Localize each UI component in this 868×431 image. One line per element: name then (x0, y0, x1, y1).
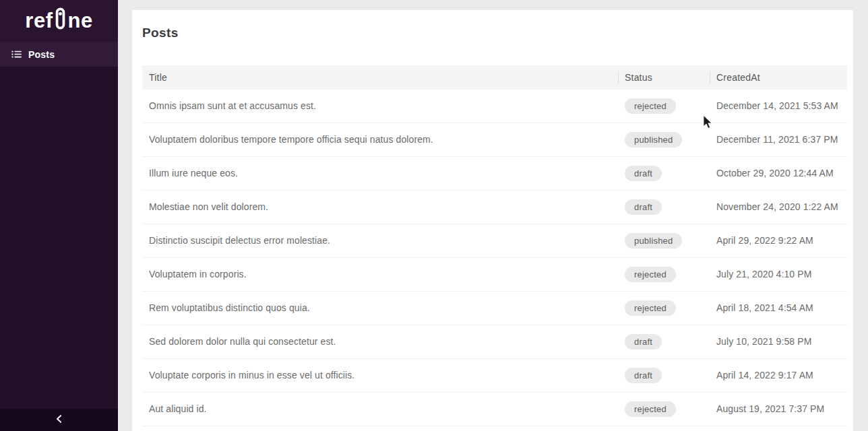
status-badge: draft (625, 199, 662, 215)
post-status-cell: rejected (618, 292, 710, 325)
table-row[interactable]: Rem voluptatibus distinctio quos quia. r… (142, 292, 847, 325)
post-created-cell: July 21, 2020 4:10 PM (710, 258, 847, 292)
table-row[interactable]: Voluptatem doloribus tempore tempore off… (142, 123, 847, 157)
app-window: ref ne (0, 0, 868, 431)
post-created-cell: November 24, 2020 1:22 AM (710, 191, 847, 224)
post-title-cell: Omnis ipsam sunt at et accusamus est. (142, 90, 618, 123)
post-status-cell: rejected (618, 90, 710, 123)
post-title-cell: Voluptate corporis in minus in esse vel … (142, 359, 618, 393)
status-badge: published (625, 132, 682, 147)
table-row[interactable]: Voluptate corporis in minus in esse vel … (142, 359, 847, 393)
post-created-cell: April 18, 2021 4:54 AM (710, 292, 847, 325)
post-status-cell: draft (618, 191, 710, 224)
sidebar: ref ne (0, 0, 118, 431)
unordered-list-icon (11, 49, 22, 59)
post-created-cell: August 19, 2021 7:37 PM (710, 393, 847, 426)
status-badge: rejected (625, 98, 676, 114)
posts-table: Title Status CreatedAt Omnis ipsam sunt … (142, 65, 847, 431)
post-title-cell: Aut aliquid id. (142, 393, 618, 426)
post-created-cell: December 14, 2021 5:53 AM (710, 90, 847, 123)
table-row[interactable]: Distinctio suscipit delectus error moles… (142, 224, 847, 258)
column-header-title: Title (142, 65, 618, 90)
column-header-status: Status (618, 65, 710, 90)
sidebar-item-posts[interactable]: Posts (0, 42, 118, 67)
refine-logo[interactable]: ref ne (0, 0, 118, 42)
table-row[interactable]: Molestiae non velit dolorem. draft Novem… (142, 191, 847, 224)
table-row[interactable]: Doloribus asperiores dicta quas enim non… (142, 426, 847, 431)
table-row[interactable]: Illum iure neque eos. draft October 29, … (142, 157, 847, 191)
post-status-cell: published (618, 123, 710, 157)
status-badge: rejected (625, 401, 676, 417)
sidebar-item-label: Posts (28, 49, 55, 60)
chevron-left-icon (55, 414, 63, 426)
post-status-cell: draft (618, 157, 710, 191)
post-title-cell: Voluptatem in corporis. (142, 258, 618, 292)
post-title-cell: Distinctio suscipit delectus error moles… (142, 224, 618, 258)
status-badge: rejected (625, 267, 676, 282)
sidebar-menu: Posts (0, 42, 118, 67)
page-title: Posts (142, 25, 847, 40)
table-row[interactable]: Voluptatem in corporis. rejected July 21… (142, 258, 847, 292)
post-status-cell: published (618, 224, 710, 258)
post-title-cell: Molestiae non velit dolorem. (142, 191, 618, 224)
posts-list-card: Posts Title Status CreatedAt Omnis ipsam… (132, 10, 853, 431)
post-created-cell: December 11, 2021 6:37 PM (710, 123, 847, 157)
post-title-cell: Voluptatem doloribus tempore tempore off… (142, 123, 618, 157)
sidebar-collapse-trigger[interactable] (0, 409, 118, 431)
logo-i-capsule-icon (55, 7, 65, 35)
post-title-cell: Rem voluptatibus distinctio quos quia. (142, 292, 618, 325)
table-row[interactable]: Aut aliquid id. rejected August 19, 2021… (142, 393, 847, 426)
post-status-cell: rejected (618, 258, 710, 292)
table-row[interactable]: Omnis ipsam sunt at et accusamus est. re… (142, 90, 847, 123)
post-title-cell: Doloribus asperiores dicta quas enim non… (142, 426, 618, 431)
column-header-createdat: CreatedAt (710, 65, 847, 90)
post-status-cell: published (618, 426, 710, 431)
post-status-cell: rejected (618, 393, 710, 426)
post-created-cell: April 14, 2022 9:17 AM (710, 359, 847, 393)
status-badge: published (625, 233, 682, 248)
post-status-cell: draft (618, 359, 710, 393)
table-header: Title Status CreatedAt (142, 65, 847, 90)
table-body: Omnis ipsam sunt at et accusamus est. re… (142, 90, 847, 431)
status-badge: rejected (625, 300, 676, 316)
post-created-cell: July 10, 2021 9:58 PM (710, 325, 847, 359)
status-badge: draft (625, 334, 662, 350)
post-title-cell: Sed dolorem dolor nulla qui consectetur … (142, 325, 618, 359)
post-title-cell: Illum iure neque eos. (142, 157, 618, 191)
post-created-cell: December 28, 2020 7:59 AM (710, 426, 847, 431)
post-created-cell: April 29, 2022 9:22 AM (710, 224, 847, 258)
post-status-cell: draft (618, 325, 710, 359)
logo-text-left: ref (25, 9, 53, 33)
status-badge: draft (625, 166, 662, 181)
post-created-cell: October 29, 2020 12:44 AM (710, 157, 847, 191)
table-row[interactable]: Sed dolorem dolor nulla qui consectetur … (142, 325, 847, 359)
logo-text-right: ne (67, 9, 92, 33)
status-badge: draft (625, 368, 662, 383)
